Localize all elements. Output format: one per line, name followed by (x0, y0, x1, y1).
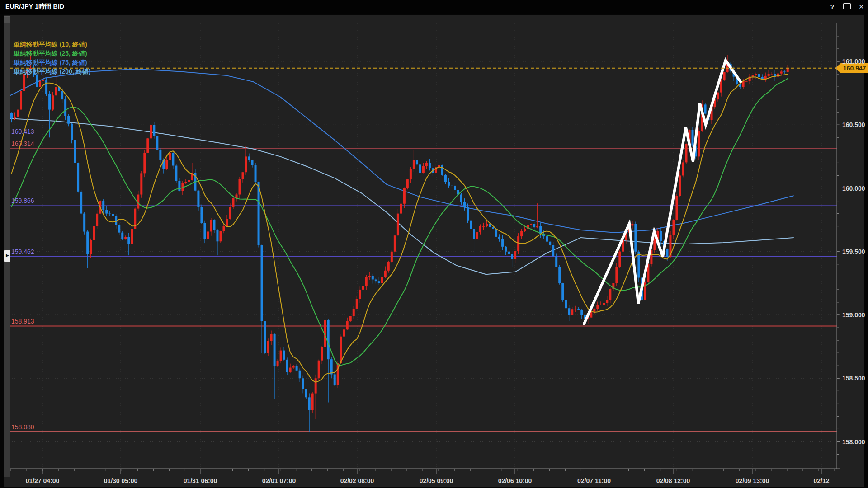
x-axis-label: 02/09 13:00 (736, 477, 769, 484)
y-axis-label: 158.500 (842, 375, 865, 382)
x-axis-label: 02/02 08:00 (340, 477, 374, 484)
level-label: 158.080 (11, 423, 34, 431)
legend-item: 単純移動平均線 (25, 終値) (14, 49, 90, 58)
x-axis-label: 01/27 04:00 (26, 477, 60, 484)
chart-window: EUR/JPY 1時間 BID ? ✕ ▼ ▶ 単純移動平均線 (10, 終値)… (0, 0, 868, 488)
level-label: 160.314 (11, 140, 34, 147)
chart-canvas[interactable]: 160.947161.000160.500160.000159.500159.0… (0, 0, 868, 488)
y-axis-label: 160.000 (842, 185, 865, 192)
level-label: 160.413 (11, 128, 34, 135)
legend-item: 単純移動平均線 (200, 終値) (14, 67, 90, 76)
y-axis-label: 160.500 (842, 121, 865, 128)
svg-text:160.947: 160.947 (843, 65, 866, 72)
legend-item: 単純移動平均線 (75, 終値) (14, 58, 90, 67)
x-axis-label: 02/08 12:00 (656, 477, 690, 484)
x-axis-label: 02/12 (813, 477, 829, 484)
x-axis-label: 02/01 07:00 (262, 477, 296, 484)
y-axis-label: 159.500 (842, 248, 865, 255)
x-axis-label: 02/06 10:00 (498, 477, 532, 484)
x-axis-label: 01/31 06:00 (184, 477, 217, 484)
indicator-legend: 単純移動平均線 (10, 終値)単純移動平均線 (25, 終値)単純移動平均線 … (14, 40, 90, 76)
x-axis-label: 02/07 11:00 (577, 477, 611, 484)
level-label: 158.913 (11, 318, 34, 325)
x-axis-label: 02/05 09:00 (420, 477, 453, 484)
y-axis-label: 159.000 (842, 311, 865, 319)
level-label: 159.866 (11, 197, 34, 204)
y-axis-label: 161.000 (842, 58, 865, 65)
legend-item: 単純移動平均線 (10, 終値) (14, 40, 90, 49)
y-axis-label: 158.000 (842, 438, 865, 446)
plot-background (10, 15, 864, 487)
level-label: 159.462 (11, 248, 34, 255)
x-axis-label: 01/30 05:00 (104, 477, 138, 484)
